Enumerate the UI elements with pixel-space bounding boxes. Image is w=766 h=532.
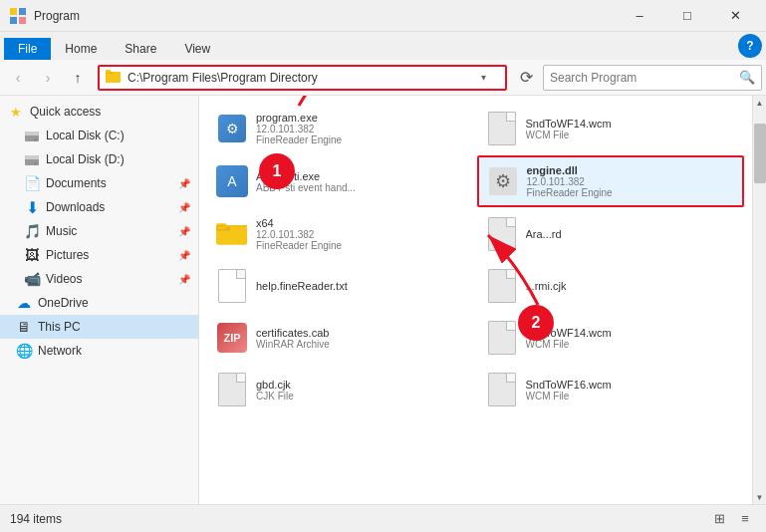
file-info: engine.dll 12.0.101.382 FineReader Engin… — [527, 164, 735, 198]
file-detail2: WCM File — [526, 130, 736, 140]
svg-rect-16 — [216, 225, 247, 227]
svg-rect-0 — [10, 8, 17, 15]
search-bar: 🔍 — [543, 65, 762, 91]
window-title: Program — [34, 9, 617, 23]
svg-rect-8 — [25, 132, 39, 135]
file-detail1: CJK File — [256, 391, 466, 401]
tab-home[interactable]: Home — [51, 38, 111, 60]
disk-d-icon — [24, 151, 40, 167]
dll-icon: ⚙ — [487, 163, 519, 199]
sidebar-item-network[interactable]: 🌐 Network — [0, 339, 198, 363]
svg-point-9 — [35, 138, 38, 141]
sidebar-item-this-pc[interactable]: 🖥 This PC — [0, 315, 198, 339]
file-name: Ara...rd — [526, 228, 736, 240]
sidebar-item-local-disk-d[interactable]: Local Disk (D:) — [0, 147, 198, 171]
star-icon: ★ — [8, 104, 24, 120]
sidebar-item-music[interactable]: 🎵 Music 📌 — [0, 219, 198, 243]
file-info: Ara...rd — [526, 228, 736, 240]
sidebar-label-local-disk-c: Local Disk (C:) — [46, 129, 125, 142]
file-info: program.exe 12.0.101.382 FineReader Engi… — [256, 112, 466, 145]
file-name: help.fineReader.txt — [256, 280, 466, 292]
txt-icon — [216, 268, 248, 304]
sidebar-item-local-disk-c[interactable]: Local Disk (C:) — [0, 124, 198, 147]
file-item-sndtowf14-1[interactable]: SndToWF14.wcm WCM File — [477, 104, 745, 153]
sidebar-label-local-disk-d: Local Disk (D:) — [46, 152, 125, 166]
sidebar-item-videos[interactable]: 📹 Videos 📌 — [0, 267, 198, 291]
file-item-sndtowf16-wcm[interactable]: SndToWF16.wcm WCM File — [477, 365, 745, 414]
back-button[interactable]: ‹ — [4, 64, 32, 92]
file-item-abbyy-sti[interactable]: A AbbyySti.exe ABBY sti event hand... — [207, 155, 475, 207]
sidebar-item-downloads[interactable]: ⬇ Downloads 📌 — [0, 195, 198, 219]
tab-file[interactable]: File — [4, 38, 51, 60]
minimize-button[interactable]: – — [617, 0, 662, 32]
forward-button[interactable]: › — [34, 64, 62, 92]
search-input[interactable] — [550, 71, 739, 85]
generic-icon — [486, 111, 518, 146]
close-button[interactable]: ✕ — [712, 0, 758, 32]
file-item-certificates-cab[interactable]: ZIP certificates.cab WinRAR Archive — [207, 313, 475, 363]
file-info: SndToWF14.wcm WCM File — [526, 118, 736, 140]
sidebar-item-pictures[interactable]: 🖼 Pictures 📌 — [0, 243, 198, 267]
tab-share[interactable]: Share — [111, 38, 170, 60]
sidebar-label-quick-access: Quick access — [30, 105, 101, 119]
address-path: C:\Program Files\Program Directory — [128, 71, 481, 85]
file-detail2: WCM File — [526, 391, 736, 401]
svg-rect-11 — [25, 155, 39, 159]
status-count: 194 items — [10, 512, 62, 526]
pin-icon-downloads: 📌 — [178, 202, 190, 213]
vertical-scrollbar[interactable]: ▲ ▼ — [752, 96, 766, 504]
file-detail2: FineReader Engine — [527, 187, 735, 198]
file-item-engine-dll[interactable]: ⚙ engine.dll 12.0.101.382 FineReader Eng… — [477, 155, 745, 207]
pin-icon-videos: 📌 — [178, 274, 190, 285]
toolbar: ‹ › ↑ C:\Program Files\Program Directory… — [0, 60, 766, 96]
onedrive-icon: ☁ — [16, 295, 32, 311]
file-item-sndtowf14-2[interactable]: SndToWF14.wcm WCM File — [477, 313, 745, 363]
generic-icon-3 — [486, 268, 518, 304]
disk-c-icon — [24, 128, 40, 143]
scrollbar-thumb[interactable] — [754, 124, 766, 183]
folder-icon — [216, 216, 248, 252]
file-detail1: ABBY sti event hand... — [256, 182, 466, 193]
file-item-arab-rd[interactable]: Ara...rd — [477, 209, 745, 259]
search-icon: 🔍 — [739, 70, 755, 85]
list-view-button[interactable]: ≡ — [734, 508, 756, 530]
svg-rect-3 — [19, 17, 26, 24]
sidebar-item-onedrive[interactable]: ☁ OneDrive — [0, 291, 198, 315]
file-name: SndToWF14.wcm — [526, 327, 736, 339]
file-name: program.exe — [256, 112, 466, 124]
sidebar: ★ Quick access Local Disk (C:) Local Dis… — [0, 96, 199, 504]
status-bar: 194 items ⊞ ≡ — [0, 504, 766, 532]
file-name: engine.dll — [527, 164, 735, 176]
address-dropdown-button[interactable]: ▾ — [481, 72, 499, 83]
file-item-gbd-cjk[interactable]: gbd.cjk CJK File — [207, 365, 475, 414]
network-icon: 🌐 — [16, 343, 32, 359]
address-bar[interactable]: C:\Program Files\Program Directory ▾ — [98, 65, 507, 91]
up-button[interactable]: ↑ — [64, 64, 92, 92]
details-view-button[interactable]: ⊞ — [708, 508, 730, 530]
sidebar-label-downloads: Downloads — [46, 200, 105, 214]
documents-icon: 📄 — [24, 175, 40, 191]
file-item-help-txt[interactable]: help.fineReader.txt — [207, 261, 475, 311]
tab-view[interactable]: View — [170, 38, 224, 60]
file-name: ...rmi.cjk — [526, 280, 736, 292]
sidebar-item-documents[interactable]: 📄 Documents 📌 — [0, 171, 198, 195]
ribbon-tabs: File Home Share View ? — [0, 32, 766, 60]
title-bar: Program – □ ✕ — [0, 0, 766, 32]
music-icon: 🎵 — [24, 223, 40, 239]
sidebar-item-quick-access[interactable]: ★ Quick access — [0, 100, 198, 124]
file-item-rmi-cjk[interactable]: ...rmi.cjk — [477, 261, 745, 311]
file-item-x64[interactable]: x64 12.0.101.382 FineReader Engine — [207, 209, 475, 259]
svg-rect-1 — [19, 8, 26, 15]
refresh-button[interactable]: ⟳ — [515, 67, 537, 89]
file-name: gbd.cjk — [256, 379, 466, 391]
file-item-program-exe[interactable]: ⚙ program.exe 12.0.101.382 FineReader En… — [207, 104, 475, 153]
sidebar-label-network: Network — [38, 344, 82, 358]
generic-icon-4 — [486, 320, 518, 356]
help-button[interactable]: ? — [738, 34, 762, 58]
pictures-icon: 🖼 — [24, 247, 40, 263]
file-detail1: 12.0.101.382 — [256, 124, 466, 134]
file-detail2: WCM File — [526, 339, 736, 350]
maximize-button[interactable]: □ — [664, 0, 710, 32]
file-info: SndToWF14.wcm WCM File — [526, 327, 736, 350]
window-controls: – □ ✕ — [617, 0, 758, 32]
